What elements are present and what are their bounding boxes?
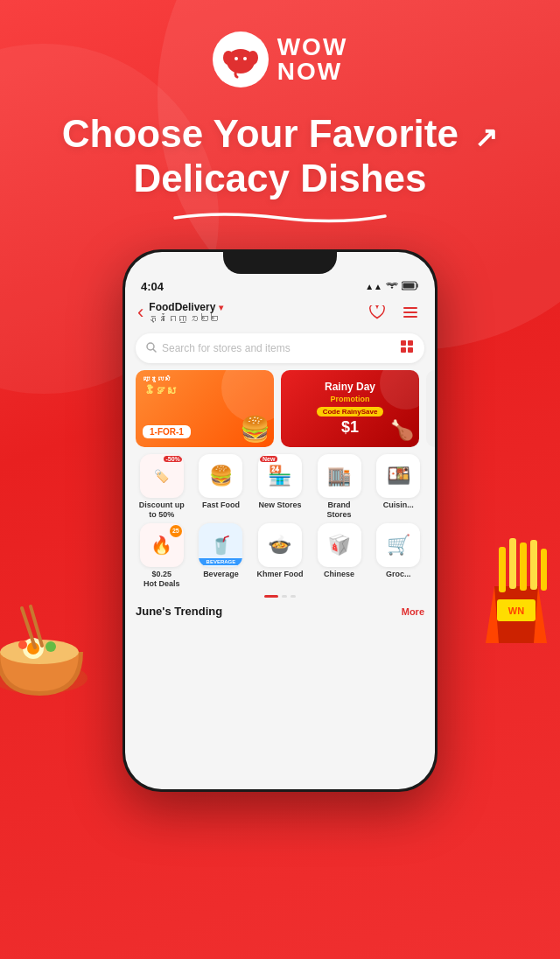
svg-rect-29 xyxy=(530,540,537,590)
svg-rect-30 xyxy=(541,549,547,591)
beverage-label: Beverage xyxy=(203,570,239,579)
status-icons: ▲▲ xyxy=(365,281,419,292)
svg-rect-27 xyxy=(509,538,516,589)
hero-underline xyxy=(166,207,394,225)
wifi-icon xyxy=(386,282,398,292)
banner-promo-2[interactable]: Rainy DayPromotion Code RainySave $1 🍗 xyxy=(281,370,419,447)
banner2-price: $1 xyxy=(341,418,359,437)
hotdeals-label: $0.25Hot Deals xyxy=(144,570,180,589)
banner1-title: វិទេស xyxy=(143,384,178,397)
dropdown-icon: ▾ xyxy=(219,303,223,312)
hero-section: Choose Your Favorite ↗ Delicacy Dishes xyxy=(0,88,560,234)
logo-header: WOW NOW xyxy=(0,0,560,88)
newstores-label: New Stores xyxy=(258,500,301,510)
svg-point-4 xyxy=(234,57,238,60)
trending-title: June's Trending xyxy=(136,605,222,618)
category-grocery[interactable]: 🛒 Groc... xyxy=(370,523,426,589)
location-sub: ភ្នំពេញ ១២២ xyxy=(149,313,360,324)
category-fastfood[interactable]: 🍔 Fast Food xyxy=(193,454,249,520)
dot-inactive-1 xyxy=(282,595,287,598)
dot-active xyxy=(264,595,278,598)
grid-view-icon[interactable] xyxy=(400,340,414,357)
search-placeholder: Search for stores and items xyxy=(162,342,395,354)
fastfood-icon-box: 🍔 xyxy=(199,454,242,498)
svg-rect-13 xyxy=(408,340,413,346)
banner1-food-icon: 🍔 xyxy=(240,415,270,444)
category-hotdeals[interactable]: 🔥 25 $0.25Hot Deals xyxy=(134,523,190,589)
heart-button[interactable] xyxy=(365,300,389,325)
banners-carousel: ឈ្នួលសំ វិទេស 1-FOR-1 🍔 Rainy DayPromoti… xyxy=(125,370,435,447)
svg-rect-15 xyxy=(408,347,413,353)
logo-icon xyxy=(213,32,269,88)
cuisine-icon-box: 🍱 xyxy=(376,454,420,498)
khmerfood-icon-box: 🍲 xyxy=(258,523,302,567)
newstores-icon-box: 🏪 New xyxy=(258,454,302,498)
svg-point-21 xyxy=(18,640,27,649)
category-chinese[interactable]: 🥡 Chinese xyxy=(312,523,368,589)
category-newstores[interactable]: 🏪 New New Stores xyxy=(252,454,308,520)
svg-text:WN: WN xyxy=(508,606,524,616)
app-name: FoodDelivery ▾ xyxy=(149,301,360,313)
chinese-label: Chinese xyxy=(324,570,354,579)
brandstores-icon-box: 🏬 xyxy=(318,454,361,498)
location-info[interactable]: FoodDelivery ▾ ភ្នំពេញ ១២២ xyxy=(149,301,360,324)
svg-point-20 xyxy=(46,641,56,652)
signal-icon: ▲▲ xyxy=(365,282,382,291)
banner-promo-3[interactable]: 🍜 xyxy=(426,370,435,447)
beverage-icon-box: 🥤 BEVERAGE xyxy=(199,523,242,567)
search-bar[interactable]: Search for stores and items xyxy=(136,333,424,363)
grocery-icon-box: 🛒 xyxy=(376,523,420,567)
cursor-icon: ↗ xyxy=(474,122,498,153)
phone-mockup: 4:04 ▲▲ ‹ FoodDelivery ▾ xyxy=(122,249,438,792)
chinese-icon-box: 🥡 xyxy=(318,523,361,567)
banner2-food-icon: 🍗 xyxy=(390,419,414,442)
scroll-indicator xyxy=(125,592,435,601)
svg-rect-8 xyxy=(403,307,417,309)
hotdeals-icon-box: 🔥 25 xyxy=(140,523,184,567)
category-brandstores[interactable]: 🏬 BrandStores xyxy=(312,454,368,520)
brandstores-label: BrandStores xyxy=(327,500,352,520)
banner2-title: Rainy DayPromotion xyxy=(325,382,375,404)
grocery-label: Groc... xyxy=(386,570,411,579)
category-beverage[interactable]: 🥤 BEVERAGE Beverage xyxy=(193,523,249,589)
svg-rect-28 xyxy=(520,542,527,591)
header-action-icons xyxy=(365,300,423,325)
trending-section: June's Trending More xyxy=(125,601,435,621)
banner-promo-1[interactable]: ឈ្នួលសំ វិទេស 1-FOR-1 🍔 xyxy=(136,370,274,447)
status-time: 4:04 xyxy=(141,280,164,293)
menu-button[interactable] xyxy=(398,300,423,325)
category-khmerfood[interactable]: 🍲 Khmer Food xyxy=(252,523,308,589)
svg-rect-7 xyxy=(403,284,415,289)
fries-decoration: WN xyxy=(455,529,560,652)
svg-rect-26 xyxy=(499,547,506,592)
trending-more[interactable]: More xyxy=(402,606,424,617)
categories-row2: 🔥 25 $0.25Hot Deals 🥤 BEVERAGE Beverage xyxy=(125,522,435,592)
category-discount[interactable]: 🏷️ -50% Discount upto 50% xyxy=(134,454,190,520)
logo-wow: WOW xyxy=(277,35,348,60)
back-button[interactable]: ‹ xyxy=(137,301,144,324)
discount-icon-box: 🏷️ -50% xyxy=(140,454,184,498)
svg-rect-12 xyxy=(401,340,406,346)
svg-point-3 xyxy=(248,51,258,65)
fastfood-label: Fast Food xyxy=(202,500,240,510)
phone-screen: 4:04 ▲▲ ‹ FoodDelivery ▾ xyxy=(125,252,435,789)
categories-row1: 🏷️ -50% Discount upto 50% 🍔 Fast Food 🏪 xyxy=(125,447,435,522)
svg-rect-10 xyxy=(403,316,417,318)
banner1-tag: ឈ្នួលសំ xyxy=(143,375,172,384)
banner1-deal: 1-FOR-1 xyxy=(143,425,191,438)
logo-text: WOW NOW xyxy=(277,35,348,84)
banner2-code: Code RainySave xyxy=(317,407,384,416)
app-header: ‹ FoodDelivery ▾ ភ្នំពេញ ១២២ xyxy=(125,297,435,330)
svg-point-2 xyxy=(223,51,234,65)
category-cuisine[interactable]: 🍱 Cuisin... xyxy=(370,454,426,520)
svg-point-5 xyxy=(243,57,247,60)
svg-rect-9 xyxy=(403,312,417,313)
khmerfood-label: Khmer Food xyxy=(256,570,303,579)
logo-now: NOW xyxy=(277,60,342,84)
dot-inactive-2 xyxy=(290,595,296,598)
cuisine-label: Cuisin... xyxy=(383,500,414,510)
phone-mockup-wrapper: 4:04 ▲▲ ‹ FoodDelivery ▾ xyxy=(0,249,560,792)
search-icon xyxy=(146,342,157,355)
phone-notch xyxy=(223,249,337,274)
svg-rect-14 xyxy=(401,347,406,353)
